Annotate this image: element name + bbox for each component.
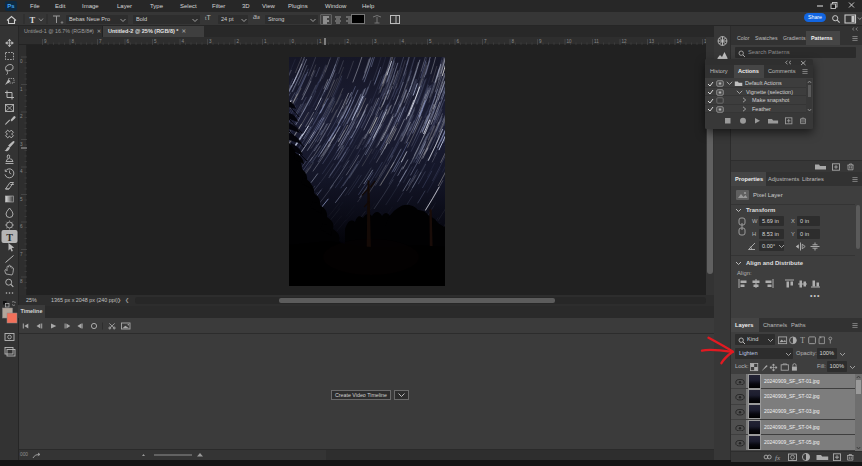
svg-text:fx: fx xyxy=(775,454,781,462)
svg-text:T: T xyxy=(800,336,805,345)
